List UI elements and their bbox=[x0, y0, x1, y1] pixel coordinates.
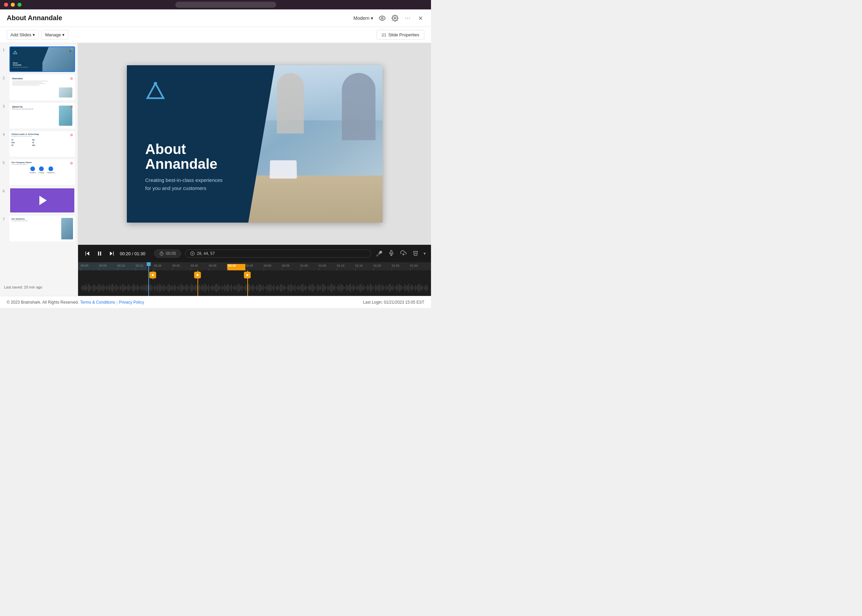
privacy-link[interactable]: Privacy Policy bbox=[119, 300, 144, 305]
slide-thumbnail[interactable]: Our Company Values The principles that g… bbox=[9, 159, 75, 185]
settings-icon-sm[interactable]: ⚙ bbox=[70, 133, 73, 137]
svg-rect-86 bbox=[153, 287, 153, 289]
maximize-btn[interactable] bbox=[17, 3, 22, 7]
copyright-text: © 2023 Brainshark. All Rights Reserved. bbox=[7, 300, 79, 305]
color-icon bbox=[190, 251, 195, 256]
svg-rect-232 bbox=[346, 284, 347, 291]
slide-thumbnail[interactable]: Global Leader in Technology Leading the … bbox=[9, 131, 75, 157]
svg-rect-45 bbox=[99, 284, 99, 292]
svg-rect-62 bbox=[121, 286, 122, 289]
list-item[interactable]: 2 Overview ⚙ bbox=[3, 75, 75, 100]
svg-rect-200 bbox=[304, 286, 304, 290]
orange-marker-1[interactable] bbox=[150, 272, 156, 278]
svg-rect-60 bbox=[118, 287, 119, 289]
svg-rect-160 bbox=[251, 286, 252, 289]
svg-rect-79 bbox=[143, 284, 144, 291]
orange-marker-3[interactable] bbox=[244, 272, 251, 278]
settings-icon-sm[interactable]: ⚙ bbox=[65, 49, 68, 52]
theme-selector[interactable]: Modern ▾ bbox=[354, 16, 373, 21]
voice-button[interactable] bbox=[387, 250, 396, 257]
orange-marker-2[interactable] bbox=[194, 272, 201, 278]
svg-rect-169 bbox=[263, 285, 263, 291]
slide-properties-button[interactable]: Slide Properties bbox=[377, 30, 424, 40]
svg-rect-231 bbox=[345, 287, 345, 289]
slide2-preview: Overview bbox=[10, 75, 74, 99]
color-pill[interactable]: 28, 44, 57 bbox=[185, 250, 371, 258]
svg-rect-258 bbox=[381, 286, 381, 289]
list-item[interactable]: 5 Our Company Values The principles that… bbox=[3, 159, 75, 185]
svg-rect-224 bbox=[336, 287, 336, 289]
list-item[interactable]: 4 Global Leader in Technology Leading th… bbox=[3, 131, 75, 157]
svg-rect-166 bbox=[259, 284, 259, 292]
timer-pill[interactable]: 00:05 bbox=[154, 250, 181, 258]
settings-icon[interactable] bbox=[391, 14, 399, 22]
expand-button[interactable]: ▾ bbox=[424, 251, 425, 256]
svg-rect-59 bbox=[117, 286, 118, 290]
svg-rect-139 bbox=[223, 286, 224, 289]
video-controls: 00:20 / 01:30 00:05 28, 44, 57 🎤 ▾ bbox=[78, 245, 431, 262]
svg-rect-49 bbox=[104, 286, 105, 290]
list-item[interactable]: 3 About Us Who we are and what we do ⚙ bbox=[3, 103, 75, 129]
svg-rect-212 bbox=[320, 285, 320, 291]
marker-icon bbox=[245, 273, 249, 277]
svg-rect-180 bbox=[277, 285, 278, 291]
list-item[interactable]: 6 bbox=[3, 188, 75, 213]
svg-rect-90 bbox=[158, 286, 159, 290]
chevron-down-icon: ▾ bbox=[62, 32, 65, 37]
svg-rect-52 bbox=[108, 286, 109, 289]
svg-rect-97 bbox=[167, 285, 168, 291]
svg-rect-69 bbox=[131, 287, 131, 289]
svg-rect-286 bbox=[418, 284, 419, 291]
slide-number: 6 bbox=[3, 188, 8, 193]
eye-icon[interactable] bbox=[378, 14, 386, 22]
list-item[interactable]: 7 Our Solutions Comprehensive cloud tool… bbox=[3, 216, 75, 241]
last-saved-text: Last saved: 20 min ago bbox=[4, 285, 43, 289]
titlebar-search[interactable] bbox=[175, 2, 276, 8]
svg-rect-188 bbox=[288, 284, 289, 291]
pause-button[interactable] bbox=[96, 250, 104, 258]
mic-button[interactable]: 🎤 bbox=[375, 250, 383, 257]
svg-rect-264 bbox=[389, 284, 389, 291]
svg-rect-88 bbox=[156, 286, 156, 289]
add-slides-button[interactable]: Add Slides ▾ bbox=[7, 30, 39, 40]
svg-rect-271 bbox=[398, 286, 399, 290]
terms-link[interactable]: Terms & Conditions bbox=[80, 300, 115, 305]
svg-rect-85 bbox=[152, 286, 153, 290]
svg-rect-256 bbox=[378, 285, 378, 291]
more-icon[interactable]: ··· bbox=[404, 14, 411, 22]
slide-thumbnail[interactable] bbox=[9, 188, 75, 213]
svg-rect-275 bbox=[403, 287, 404, 289]
settings-icon-sm[interactable]: ⚙ bbox=[70, 77, 73, 80]
svg-rect-209 bbox=[316, 287, 317, 289]
manage-button[interactable]: Manage ▾ bbox=[41, 30, 68, 40]
settings-icon-sm[interactable]: ⚙ bbox=[70, 105, 73, 108]
timer-value: 00:05 bbox=[166, 251, 176, 256]
minimize-btn[interactable] bbox=[11, 3, 15, 7]
slide-thumbnail[interactable]: Our Solutions Comprehensive cloud tools bbox=[9, 216, 75, 241]
svg-rect-158 bbox=[248, 284, 249, 292]
slide2-title: Overview bbox=[12, 77, 72, 80]
slide3-preview: About Us Who we are and what we do bbox=[10, 104, 74, 128]
svg-rect-163 bbox=[255, 287, 255, 289]
slide-thumbnail[interactable]: Overview ⚙ bbox=[9, 75, 75, 100]
list-item[interactable]: 1 AboutAnnandale Creating best-in-class … bbox=[3, 46, 75, 72]
svg-rect-40 bbox=[92, 287, 93, 289]
svg-rect-39 bbox=[91, 286, 91, 290]
mic-icon[interactable]: 🎤 bbox=[69, 49, 73, 52]
delete-button[interactable] bbox=[411, 250, 419, 257]
slide-thumbnail[interactable]: AboutAnnandale Creating best-in-class ex… bbox=[9, 46, 75, 72]
close-icon[interactable] bbox=[417, 14, 424, 22]
download-button[interactable] bbox=[399, 250, 407, 257]
svg-rect-80 bbox=[145, 286, 146, 290]
close-window-btn[interactable] bbox=[4, 3, 8, 7]
slide-thumbnail[interactable]: About Us Who we are and what we do ⚙ bbox=[9, 103, 75, 129]
svg-rect-105 bbox=[178, 285, 179, 291]
skip-forward-button[interactable] bbox=[108, 250, 116, 258]
settings-icon-sm[interactable]: ⚙ bbox=[70, 162, 73, 165]
svg-rect-191 bbox=[292, 285, 293, 291]
skip-back-button[interactable] bbox=[84, 250, 91, 258]
svg-rect-165 bbox=[257, 286, 258, 289]
timeline[interactable]: 00:00 00:05 00:10 00:15 00:20 00:25 00:3… bbox=[78, 262, 431, 296]
svg-rect-131 bbox=[213, 285, 213, 291]
svg-rect-217 bbox=[326, 287, 327, 289]
